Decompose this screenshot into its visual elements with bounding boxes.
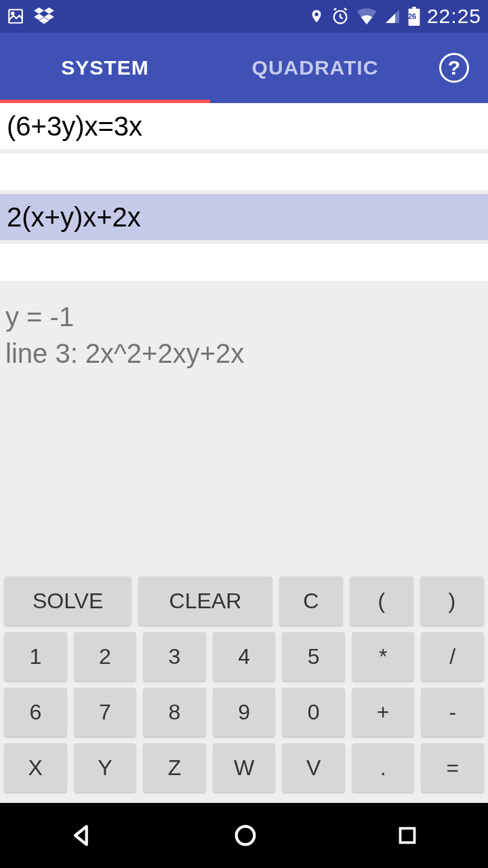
key-9[interactable]: 9 bbox=[213, 688, 276, 736]
lparen-button[interactable]: ( bbox=[350, 576, 413, 625]
clear-button[interactable]: CLEAR bbox=[138, 576, 272, 625]
nav-home-icon[interactable] bbox=[232, 822, 259, 849]
equation-inputs: (6+3y)x=3x 2(x+y)x+2x bbox=[0, 103, 488, 281]
key-0[interactable]: 0 bbox=[282, 688, 345, 736]
equation-row-4[interactable] bbox=[0, 244, 488, 281]
backspace-button[interactable]: C bbox=[279, 576, 343, 625]
key-minus[interactable]: - bbox=[421, 688, 484, 736]
android-nav-bar bbox=[0, 803, 488, 868]
svg-rect-5 bbox=[412, 7, 416, 9]
alarm-icon bbox=[331, 7, 350, 26]
svg-point-2 bbox=[314, 13, 319, 17]
svg-point-1 bbox=[12, 12, 14, 14]
app-bar: SYSTEM QUADRATIC ? bbox=[0, 33, 488, 103]
key-5[interactable]: 5 bbox=[282, 632, 345, 681]
status-bar: 26 22:25 bbox=[0, 0, 488, 33]
battery-icon: 26 bbox=[408, 7, 420, 26]
key-4[interactable]: 4 bbox=[213, 632, 276, 681]
key-w[interactable]: W bbox=[213, 743, 276, 792]
equation-row-3[interactable]: 2(x+y)x+2x bbox=[0, 194, 488, 240]
equation-row-1[interactable]: (6+3y)x=3x bbox=[0, 103, 488, 149]
key-multiply[interactable]: * bbox=[352, 632, 415, 681]
key-dot[interactable]: . bbox=[352, 743, 415, 792]
key-8[interactable]: 8 bbox=[143, 688, 206, 736]
key-6[interactable]: 6 bbox=[4, 688, 67, 736]
key-v[interactable]: V bbox=[282, 743, 345, 792]
location-icon bbox=[309, 7, 324, 26]
dropbox-icon bbox=[34, 7, 54, 25]
nav-recent-icon[interactable] bbox=[395, 823, 420, 848]
svg-point-6 bbox=[237, 827, 255, 845]
key-7[interactable]: 7 bbox=[74, 688, 137, 736]
equation-row-2[interactable] bbox=[0, 153, 488, 190]
wifi-icon bbox=[357, 8, 377, 24]
rparen-button[interactable]: ) bbox=[420, 576, 484, 625]
key-divide[interactable]: / bbox=[421, 632, 484, 681]
result-line-1: y = -1 bbox=[5, 298, 483, 335]
key-y[interactable]: Y bbox=[74, 743, 137, 792]
key-x[interactable]: X bbox=[4, 743, 67, 792]
help-button[interactable]: ? bbox=[420, 33, 488, 103]
svg-rect-7 bbox=[401, 829, 415, 843]
result-line-2: line 3: 2x^2+2xy+2x bbox=[5, 335, 483, 372]
clock-text: 22:25 bbox=[427, 5, 481, 28]
key-plus[interactable]: + bbox=[352, 688, 415, 736]
keypad: SOLVE CLEAR C ( ) 1 2 3 4 5 * / 6 7 8 9 … bbox=[0, 572, 488, 803]
tab-quadratic[interactable]: QUADRATIC bbox=[210, 33, 420, 103]
nav-back-icon[interactable] bbox=[68, 822, 96, 849]
key-2[interactable]: 2 bbox=[74, 632, 137, 681]
key-equals[interactable]: = bbox=[421, 743, 484, 792]
tab-system[interactable]: SYSTEM bbox=[0, 33, 210, 103]
signal-icon bbox=[384, 8, 401, 24]
key-1[interactable]: 1 bbox=[4, 632, 67, 681]
picture-icon bbox=[7, 7, 24, 25]
results-area: y = -1 line 3: 2x^2+2xy+2x bbox=[0, 285, 488, 372]
key-3[interactable]: 3 bbox=[143, 632, 206, 681]
key-z[interactable]: Z bbox=[143, 743, 206, 792]
solve-button[interactable]: SOLVE bbox=[4, 576, 131, 625]
help-icon: ? bbox=[439, 53, 469, 83]
